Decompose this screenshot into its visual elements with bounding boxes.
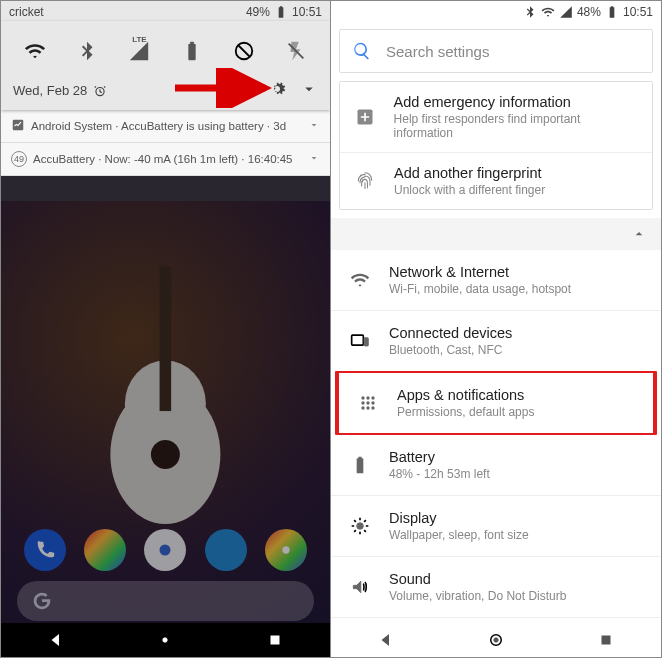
wallpaper-art bbox=[93, 237, 238, 556]
display-icon bbox=[349, 516, 371, 536]
fingerprint-icon bbox=[354, 171, 376, 191]
svg-point-25 bbox=[125, 361, 206, 448]
battery-pct: 49% bbox=[246, 5, 270, 19]
settings-apps-notifications[interactable]: Apps & notificationsPermissions, default… bbox=[339, 373, 653, 433]
row-subtitle: Unlock with a different finger bbox=[394, 183, 545, 197]
clock: 10:51 bbox=[292, 5, 322, 19]
plus-icon bbox=[354, 107, 376, 127]
suggestions-collapse[interactable] bbox=[331, 218, 661, 250]
battery-pct: 48% bbox=[577, 5, 601, 19]
wifi-toggle[interactable] bbox=[17, 33, 53, 69]
row-title: Apps & notifications bbox=[397, 387, 534, 403]
settings-connected-devices[interactable]: Connected devicesBluetooth, Cast, NFC bbox=[331, 310, 661, 371]
nav-bar bbox=[1, 623, 330, 657]
row-subtitle: Wallpaper, sleep, font size bbox=[389, 528, 529, 542]
google-search-bar[interactable] bbox=[17, 581, 314, 621]
clock: 10:51 bbox=[623, 5, 653, 19]
suggestions-card: Add emergency informationHelp first resp… bbox=[339, 81, 653, 210]
battery-icon bbox=[349, 455, 371, 475]
svg-point-29 bbox=[282, 546, 289, 553]
recents-button[interactable] bbox=[597, 631, 615, 649]
wifi-icon bbox=[349, 270, 371, 290]
suggestion-emergency-info[interactable]: Add emergency informationHelp first resp… bbox=[340, 82, 652, 152]
svg-rect-26 bbox=[160, 267, 172, 412]
row-title: Add emergency information bbox=[394, 94, 638, 110]
app-dock bbox=[1, 529, 330, 571]
row-subtitle: Volume, vibration, Do Not Disturb bbox=[389, 589, 566, 603]
signal-toggle[interactable]: LTE bbox=[121, 33, 157, 69]
row-title: Network & Internet bbox=[389, 264, 571, 280]
settings-network[interactable]: Network & InternetWi-Fi, mobile, data us… bbox=[331, 250, 661, 310]
row-title: Sound bbox=[389, 571, 566, 587]
settings-list: Network & InternetWi-Fi, mobile, data us… bbox=[331, 250, 661, 657]
notification-text: Android System · AccuBattery is using ba… bbox=[31, 120, 286, 132]
battery-icon bbox=[605, 5, 619, 19]
alarm-icon bbox=[93, 84, 107, 98]
home-wallpaper bbox=[1, 201, 330, 657]
search-placeholder: Search settings bbox=[386, 43, 489, 60]
wifi-icon bbox=[541, 5, 555, 19]
home-button[interactable] bbox=[156, 631, 174, 649]
settings-display[interactable]: DisplayWallpaper, sleep, font size bbox=[331, 495, 661, 556]
battery-icon bbox=[274, 5, 288, 19]
status-bar: cricket 49% 10:51 bbox=[1, 1, 330, 21]
settings-search[interactable]: Search settings bbox=[339, 29, 653, 73]
chevron-down-icon bbox=[308, 152, 320, 166]
row-title: Battery bbox=[389, 449, 490, 465]
phone-notification-shade: cricket 49% 10:51 LTE Wed, Feb 28 Androi… bbox=[1, 1, 331, 657]
row-title: Add another fingerprint bbox=[394, 165, 545, 181]
signal-icon bbox=[559, 5, 573, 19]
notification-accubattery[interactable]: 49 AccuBattery · Now: -40 mA (16h 1m lef… bbox=[1, 143, 330, 176]
battery-ring-icon: 49 bbox=[11, 151, 27, 167]
notification-text: AccuBattery · Now: -40 mA (16h 1m left) … bbox=[33, 153, 293, 165]
row-subtitle: Permissions, default apps bbox=[397, 405, 534, 419]
back-button[interactable] bbox=[47, 631, 65, 649]
suggestion-fingerprint[interactable]: Add another fingerprintUnlock with a dif… bbox=[340, 152, 652, 209]
svg-point-27 bbox=[151, 440, 180, 469]
phone-settings: 48% 10:51 Search settings Add emergency … bbox=[331, 1, 661, 657]
system-icon bbox=[11, 118, 25, 134]
devices-icon bbox=[349, 331, 371, 351]
chevron-up-icon bbox=[631, 226, 647, 242]
photos-app-icon[interactable] bbox=[84, 529, 126, 571]
app-icon[interactable] bbox=[205, 529, 247, 571]
carrier-label: cricket bbox=[9, 5, 44, 19]
svg-point-28 bbox=[160, 545, 171, 556]
notification-android-system[interactable]: Android System · AccuBattery is using ba… bbox=[1, 110, 330, 143]
row-subtitle: Wi-Fi, mobile, data usage, hotspot bbox=[389, 282, 571, 296]
flashlight-toggle[interactable] bbox=[278, 33, 314, 69]
row-subtitle: Help first responders find important inf… bbox=[394, 112, 638, 140]
settings-sound[interactable]: SoundVolume, vibration, Do Not Disturb bbox=[331, 556, 661, 617]
quick-settings-panel: LTE Wed, Feb 28 bbox=[1, 21, 330, 110]
recents-button[interactable] bbox=[266, 631, 284, 649]
settings-battery[interactable]: Battery48% - 12h 53m left bbox=[331, 435, 661, 495]
date-label: Wed, Feb 28 bbox=[13, 83, 87, 98]
camera-app-icon[interactable] bbox=[144, 529, 186, 571]
nav-bar bbox=[331, 623, 661, 657]
annotation-highlight: Apps & notificationsPermissions, default… bbox=[335, 369, 657, 437]
row-title: Connected devices bbox=[389, 325, 512, 341]
back-button[interactable] bbox=[377, 631, 395, 649]
google-icon bbox=[31, 590, 53, 612]
svg-point-24 bbox=[110, 385, 220, 524]
home-button[interactable] bbox=[487, 631, 505, 649]
apps-icon bbox=[357, 393, 379, 413]
chrome-app-icon[interactable] bbox=[265, 529, 307, 571]
search-icon bbox=[352, 41, 372, 61]
expand-chevron[interactable] bbox=[300, 80, 318, 102]
battery-toggle[interactable] bbox=[174, 33, 210, 69]
row-title: Display bbox=[389, 510, 529, 526]
sound-icon bbox=[349, 577, 371, 597]
bluetooth-toggle[interactable] bbox=[69, 33, 105, 69]
row-subtitle: 48% - 12h 53m left bbox=[389, 467, 490, 481]
status-bar: 48% 10:51 bbox=[331, 1, 661, 21]
bluetooth-icon bbox=[523, 5, 537, 19]
settings-gear-button[interactable] bbox=[268, 80, 286, 102]
dnd-toggle[interactable] bbox=[226, 33, 262, 69]
chevron-down-icon bbox=[308, 119, 320, 133]
row-subtitle: Bluetooth, Cast, NFC bbox=[389, 343, 512, 357]
phone-app-icon[interactable] bbox=[24, 529, 66, 571]
